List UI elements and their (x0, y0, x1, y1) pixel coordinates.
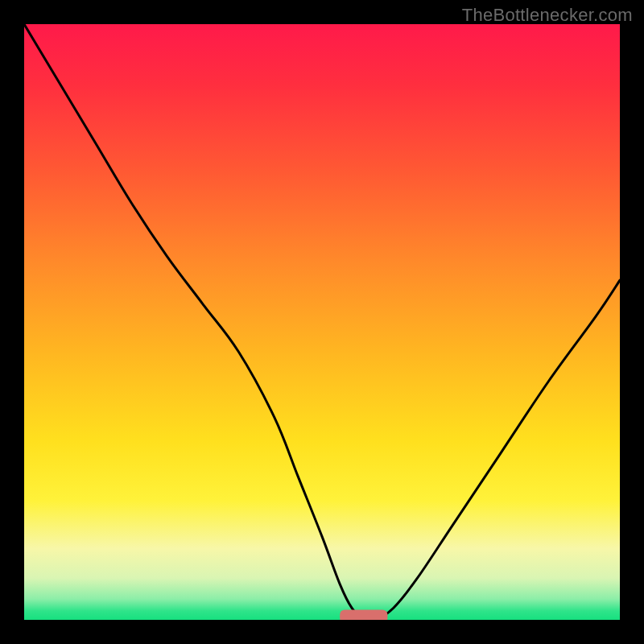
optimal-marker (340, 609, 387, 620)
watermark-text: TheBottlenecker.com (462, 5, 633, 26)
plot-area (24, 24, 620, 620)
bottleneck-chart (24, 24, 620, 620)
chart-frame: TheBottlenecker.com (0, 0, 644, 644)
gradient-background (24, 24, 620, 620)
